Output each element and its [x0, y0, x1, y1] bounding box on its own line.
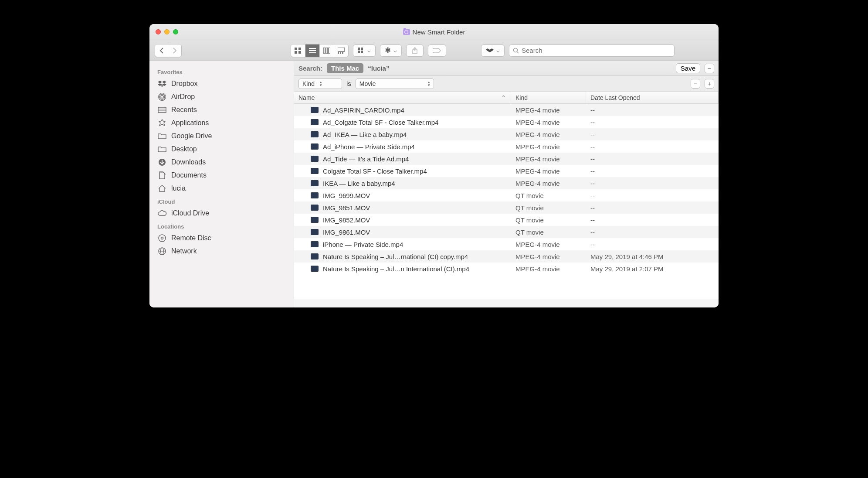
group-by-button[interactable]: ⌵	[353, 44, 376, 57]
sidebar-item-airdrop[interactable]: AirDrop	[149, 90, 294, 103]
criteria-attribute-combo[interactable]: Kind ▴▾	[298, 79, 342, 89]
file-name: IMG_9861.MOV	[323, 229, 370, 236]
remove-criteria-button[interactable]: −	[691, 79, 700, 89]
horizontal-scrollbar[interactable]	[294, 300, 719, 307]
smart-folder-icon	[403, 29, 410, 35]
file-kind: QT movie	[511, 229, 586, 236]
downloads-icon	[157, 158, 167, 166]
sidebar-item-label: Downloads	[171, 158, 206, 166]
scope-this-mac[interactable]: This Mac	[327, 63, 363, 73]
file-row[interactable]: iPhone — Private Side.mp4MPEG-4 movie--	[294, 238, 719, 250]
folder-icon	[157, 132, 167, 140]
column-name[interactable]: Name ⌃	[294, 92, 511, 103]
list-view-button[interactable]	[305, 44, 320, 57]
sidebar-item-label: AirDrop	[171, 93, 195, 101]
sidebar-heading: Locations	[149, 220, 294, 232]
file-date: --	[586, 106, 719, 114]
sidebar-item-icloud-drive[interactable]: iCloud Drive	[149, 207, 294, 220]
save-button[interactable]: Save	[676, 63, 700, 73]
file-name: Nature Is Speaking – Jul…n International…	[323, 265, 469, 273]
sidebar-item-network[interactable]: Network	[149, 245, 294, 258]
search-field[interactable]	[509, 44, 675, 57]
sidebar-item-desktop[interactable]: Desktop	[149, 143, 294, 156]
file-kind: QT movie	[511, 204, 586, 212]
file-name: Colgate Total SF - Close Talker.mp4	[323, 167, 427, 175]
gallery-view-button[interactable]	[334, 44, 348, 57]
collapse-criteria-button[interactable]: −	[705, 64, 714, 73]
file-row[interactable]: Ad_ASPIRIN_CARDIO.mp4MPEG-4 movie--	[294, 104, 719, 116]
criteria-operator: is	[346, 80, 351, 87]
file-date: --	[586, 119, 719, 126]
share-button[interactable]	[406, 44, 424, 57]
svg-rect-13	[342, 52, 343, 54]
file-date: --	[586, 131, 719, 138]
search-input[interactable]	[522, 47, 671, 54]
file-kind: MPEG-4 movie	[511, 119, 586, 126]
file-row[interactable]: IMG_9699.MOVQT movie--	[294, 189, 719, 201]
svg-rect-12	[340, 52, 341, 54]
file-row[interactable]: Ad_Colgate Total SF - Close Talker.mp4MP…	[294, 116, 719, 128]
sidebar-item-recents[interactable]: Recents	[149, 103, 294, 116]
sidebar-item-label: Google Drive	[171, 132, 212, 140]
chevron-down-icon: ⌵	[393, 47, 397, 54]
file-kind: MPEG-4 movie	[511, 265, 586, 273]
disc-icon	[157, 234, 167, 242]
search-label: Search:	[298, 65, 322, 72]
file-row[interactable]: Ad_iPhone — Private Side.mp4MPEG-4 movie…	[294, 140, 719, 153]
minimize-window-button[interactable]	[164, 29, 170, 34]
sidebar-heading: iCloud	[149, 195, 294, 207]
sidebar-heading: Favorites	[149, 65, 294, 77]
add-criteria-button[interactable]: +	[705, 79, 714, 89]
file-row[interactable]: IMG_9851.MOVQT movie--	[294, 201, 719, 214]
sidebar-item-applications[interactable]: Applications	[149, 116, 294, 130]
scope-bar: Search: This Mac “lucia” Save −	[294, 61, 719, 76]
sidebar-item-label: Applications	[171, 119, 209, 127]
scope-folder[interactable]: “lucia”	[368, 65, 389, 72]
action-button[interactable]: ✱ ⌵	[380, 44, 402, 57]
svg-rect-1	[298, 48, 301, 50]
file-kind: MPEG-4 movie	[511, 143, 586, 150]
sidebar-item-lucia[interactable]: lucia	[149, 182, 294, 195]
main-content: Search: This Mac “lucia” Save − Kind ▴▾ …	[294, 61, 719, 307]
zoom-window-button[interactable]	[173, 29, 178, 34]
window-title-text: New Smart Folder	[413, 28, 465, 36]
column-kind[interactable]: Kind	[511, 92, 586, 103]
sidebar-item-documents[interactable]: Documents	[149, 169, 294, 182]
file-kind: MPEG-4 movie	[511, 106, 586, 114]
file-date: --	[586, 241, 719, 248]
close-window-button[interactable]	[156, 29, 161, 34]
back-button[interactable]	[155, 44, 168, 57]
file-row[interactable]: Nature Is Speaking – Jul…rnational (CI) …	[294, 250, 719, 263]
dropbox-toolbar-button[interactable]: ⌵	[481, 44, 505, 57]
file-name: Ad_Colgate Total SF - Close Talker.mp4	[323, 119, 438, 126]
svg-point-22	[159, 94, 165, 99]
file-row[interactable]: IMG_9852.MOVQT movie--	[294, 214, 719, 226]
file-date: --	[586, 192, 719, 199]
sidebar-item-downloads[interactable]: Downloads	[149, 156, 294, 169]
svg-rect-0	[295, 48, 297, 50]
nav-buttons	[155, 44, 182, 57]
criteria-value-combo[interactable]: Movie ▴▾	[356, 79, 434, 89]
sidebar-item-google-drive[interactable]: Google Drive	[149, 130, 294, 143]
file-name: IKEA — Like a baby.mp4	[323, 180, 395, 187]
file-row[interactable]: Nature Is Speaking – Jul…n International…	[294, 263, 719, 275]
file-row[interactable]: Colgate Total SF - Close Talker.mp4MPEG-…	[294, 165, 719, 177]
file-thumbnail-icon	[311, 241, 319, 247]
file-row[interactable]: IKEA — Like a baby.mp4MPEG-4 movie--	[294, 177, 719, 189]
sidebar-item-dropbox[interactable]: Dropbox	[149, 77, 294, 90]
sidebar-item-label: Dropbox	[171, 80, 197, 88]
sidebar-item-label: iCloud Drive	[171, 209, 209, 217]
chevron-down-icon: ⌵	[496, 47, 500, 54]
column-date[interactable]: Date Last Opened	[586, 92, 719, 103]
file-row[interactable]: Ad_Tide — It's a Tide Ad.mp4MPEG-4 movie…	[294, 153, 719, 165]
documents-icon	[157, 171, 167, 179]
sidebar-item-label: lucia	[171, 184, 186, 192]
file-row[interactable]: IMG_9861.MOVQT movie--	[294, 226, 719, 238]
column-view-button[interactable]	[320, 44, 334, 57]
icon-view-button[interactable]	[291, 44, 305, 57]
sidebar-item-remote-disc[interactable]: Remote Disc	[149, 232, 294, 245]
file-row[interactable]: Ad_IKEA — Like a baby.mp4MPEG-4 movie--	[294, 128, 719, 140]
file-date: May 29, 2019 at 2:07 PM	[586, 265, 719, 273]
tags-button[interactable]	[428, 44, 446, 57]
forward-button[interactable]	[168, 44, 181, 57]
